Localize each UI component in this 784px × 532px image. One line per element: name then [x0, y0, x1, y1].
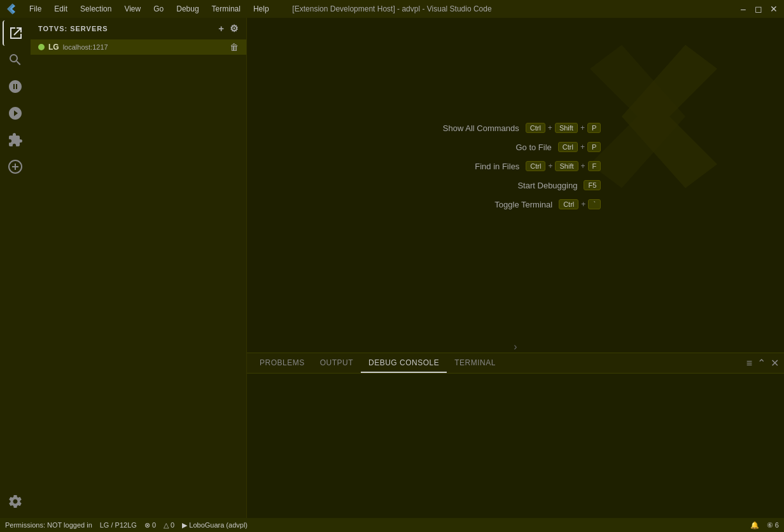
window-title: [Extension Development Host] - advpl - V…: [292, 4, 491, 13]
panel-collapse-button[interactable]: ⌃: [757, 357, 766, 369]
key-ctrl-0: Ctrl: [526, 123, 545, 133]
warnings-label: △ 0: [164, 521, 174, 529]
titlebar: File Edit Selection View Go Debug Termin…: [0, 0, 784, 18]
app-icon: [5, 3, 17, 15]
shortcut-label-2: Find in Files: [430, 162, 519, 171]
close-button[interactable]: ✕: [769, 4, 779, 14]
status-bar: Permissions: NOT logged in LG / P12LG ⊗ …: [0, 518, 784, 532]
bell-icon: 🔔: [750, 521, 759, 529]
permissions-label: Permissions: NOT logged in: [5, 521, 92, 529]
welcome-area: Show All Commands Ctrl + Shift + P Go to…: [247, 18, 784, 353]
sidebar-header: TOTVS: SERVERS + ⚙: [31, 18, 246, 39]
panel-area: PROBLEMS OUTPUT DEBUG CONSOLE TERMINAL ≡…: [247, 353, 784, 518]
count-label: ⑥ 6: [767, 521, 779, 529]
minimize-button[interactable]: –: [738, 4, 748, 14]
status-errors[interactable]: ⊗ 0: [144, 521, 156, 529]
key-backtick-4: `: [588, 199, 601, 209]
sidebar-title: TOTVS: SERVERS: [38, 25, 108, 32]
activity-search[interactable]: [3, 47, 28, 73]
vscode-watermark-logo: [574, 37, 733, 196]
scroll-down-arrow[interactable]: ›: [514, 341, 517, 352]
menu-debug[interactable]: Debug: [171, 3, 204, 15]
maximize-button[interactable]: ◻: [753, 4, 764, 14]
shortcut-toggle-terminal: Toggle Terminal Ctrl + `: [430, 199, 601, 209]
add-server-button[interactable]: +: [218, 23, 225, 34]
status-warnings[interactable]: △ 0: [164, 521, 174, 529]
panel-close-button[interactable]: ✕: [771, 357, 779, 369]
activity-bar: [0, 18, 31, 518]
server-name: LG: [48, 43, 59, 52]
tab-debug-console[interactable]: DEBUG CONSOLE: [361, 353, 447, 373]
tab-terminal[interactable]: TERMINAL: [447, 353, 503, 373]
sidebar-settings-button[interactable]: ⚙: [230, 23, 239, 34]
status-permissions[interactable]: Permissions: NOT logged in: [5, 521, 92, 529]
status-count[interactable]: ⑥ 6: [767, 521, 779, 529]
status-profile[interactable]: LG / P12LG: [100, 521, 137, 529]
activity-explorer[interactable]: [3, 20, 28, 46]
menu-selection[interactable]: Selection: [75, 3, 116, 15]
status-right: 🔔 ⑥ 6: [750, 521, 779, 529]
shortcut-label-4: Toggle Terminal: [463, 200, 552, 209]
activity-debug[interactable]: [3, 101, 28, 126]
key-ctrl-2: Ctrl: [526, 161, 545, 171]
menu-help[interactable]: Help: [248, 3, 274, 15]
titlebar-left: File Edit Selection View Go Debug Termin…: [5, 3, 274, 15]
status-bell[interactable]: 🔔: [750, 521, 759, 529]
status-run[interactable]: ▶ LoboGuara (advpl): [182, 521, 248, 529]
panel-clear-button[interactable]: ≡: [746, 358, 752, 369]
key-ctrl-4: Ctrl: [559, 199, 578, 209]
sidebar: TOTVS: SERVERS + ⚙ LG localhost:1217 🗑: [31, 18, 247, 518]
activity-totvs[interactable]: [3, 154, 28, 179]
tab-output[interactable]: OUTPUT: [312, 353, 361, 373]
tab-problems[interactable]: PROBLEMS: [252, 353, 312, 373]
shortcut-label-1: Go to File: [463, 143, 552, 152]
sidebar-header-actions: + ⚙: [218, 23, 239, 34]
menu-file[interactable]: File: [24, 3, 46, 15]
menu-view[interactable]: View: [119, 3, 146, 15]
server-delete-button[interactable]: 🗑: [230, 42, 239, 52]
shortcut-keys-4: Ctrl + `: [559, 199, 601, 209]
run-label: ▶ LoboGuara (advpl): [182, 521, 248, 529]
status-left: Permissions: NOT logged in LG / P12LG ⊗ …: [5, 521, 248, 529]
activity-settings[interactable]: [3, 489, 28, 514]
shortcut-label-0: Show All Commands: [430, 123, 519, 133]
server-host: localhost:1217: [63, 43, 108, 51]
errors-label: ⊗ 0: [144, 521, 156, 529]
activity-extensions[interactable]: [3, 127, 28, 153]
main-area: TOTVS: SERVERS + ⚙ LG localhost:1217 🗑: [0, 18, 784, 518]
menu-bar: File Edit Selection View Go Debug Termin…: [24, 3, 274, 15]
shortcut-label-3: Start Debugging: [488, 181, 577, 190]
profile-label: LG / P12LG: [100, 521, 137, 529]
menu-terminal[interactable]: Terminal: [207, 3, 246, 15]
panel-content: [247, 374, 784, 518]
menu-edit[interactable]: Edit: [49, 3, 73, 15]
server-status-dot: [38, 44, 45, 50]
panel-tab-actions: ≡ ⌃ ✕: [746, 357, 779, 369]
panel-tabs: PROBLEMS OUTPUT DEBUG CONSOLE TERMINAL ≡…: [247, 353, 784, 374]
server-item[interactable]: LG localhost:1217 🗑: [31, 39, 246, 55]
activity-git[interactable]: [3, 74, 28, 99]
menu-go[interactable]: Go: [148, 3, 169, 15]
titlebar-controls: – ◻ ✕: [738, 4, 779, 14]
